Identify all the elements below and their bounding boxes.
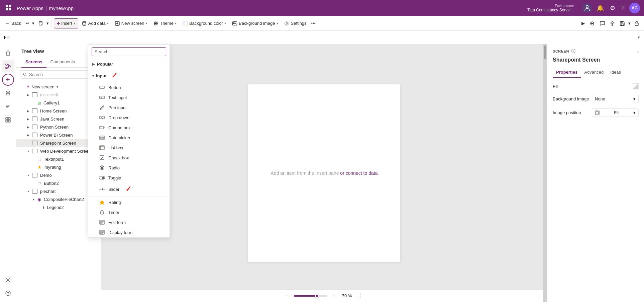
settings-gear-icon[interactable]: ⚙	[609, 3, 617, 13]
canvas-scrollbar[interactable]	[543, 44, 547, 302]
theme-button[interactable]: Theme ▾	[150, 19, 179, 28]
fill-label: Fill	[4, 35, 10, 40]
sidebar-variables-icon[interactable]	[2, 100, 14, 112]
canvas-placeholder-action: connect to data	[346, 170, 378, 176]
fill-bar-chevron[interactable]: ▾	[638, 35, 640, 40]
insert-item-peninput[interactable]: Pen input	[88, 102, 170, 112]
dropdown-item-label: Drop down	[108, 115, 129, 120]
zoom-slider[interactable]	[294, 295, 327, 297]
back-button[interactable]: ← Back	[3, 19, 24, 28]
fill-color-swatch[interactable]	[633, 83, 639, 89]
insert-item-combobox[interactable]: Combo box	[88, 123, 170, 133]
tree-search-input[interactable]	[29, 72, 94, 77]
notification-icon[interactable]: 🔔	[595, 3, 605, 13]
insert-item-radio[interactable]: Radio	[88, 163, 170, 173]
input-label: Input	[96, 73, 107, 78]
screen-icon-java	[32, 117, 37, 121]
popular-expand-icon: ▶	[92, 62, 95, 66]
svg-rect-10	[183, 21, 185, 23]
svg-rect-18	[635, 23, 638, 25]
insert-item-checkbox[interactable]: Check box	[88, 153, 170, 163]
insert-item-textinput[interactable]: Text input	[88, 92, 170, 102]
textinput1-expand	[31, 156, 36, 162]
sidebar-treeview-icon[interactable]	[2, 60, 14, 72]
insert-item-toggle[interactable]: Toggle	[88, 173, 170, 183]
tab-advanced[interactable]: Advanced	[581, 67, 607, 78]
save-button[interactable]	[618, 19, 627, 28]
zoom-in-button[interactable]: +	[330, 292, 338, 300]
insert-item-listbox[interactable]: List box	[88, 143, 170, 153]
sidebar-settings-icon[interactable]	[2, 274, 14, 286]
new-screen-button[interactable]: New screen ▾	[112, 19, 150, 28]
insert-item-slider[interactable]: Slider ✓	[88, 183, 170, 196]
copy-dropdown-button[interactable]: ▾	[46, 19, 49, 27]
tab-screens[interactable]: Screens	[21, 57, 46, 68]
home-screen-label: Home Screen	[40, 108, 67, 114]
rating-item-label: Rating	[108, 200, 121, 205]
add-data-button[interactable]: Add data ▾	[79, 19, 111, 28]
comment-button[interactable]	[598, 19, 607, 28]
add-new-icon[interactable]: +	[2, 74, 14, 86]
help-icon[interactable]: ?	[620, 3, 626, 13]
zoom-slider-thumb[interactable]	[315, 294, 319, 298]
svg-rect-2	[6, 8, 8, 10]
svg-rect-36	[101, 138, 101, 138]
svg-rect-52	[596, 111, 599, 114]
info-icon[interactable]: ⓘ	[571, 48, 575, 54]
sidebar-help-icon[interactable]	[2, 287, 14, 299]
publish-button[interactable]	[608, 19, 617, 28]
right-panel-expand-icon[interactable]: ›	[637, 49, 639, 54]
insert-item-button[interactable]: Button	[88, 82, 170, 92]
copy-button[interactable]	[36, 19, 45, 28]
svg-point-44	[102, 177, 105, 179]
insert-item-timer[interactable]: Timer	[88, 207, 170, 217]
tab-properties[interactable]: Properties	[553, 67, 581, 78]
settings-button[interactable]: Settings	[282, 19, 309, 28]
save-dropdown-button[interactable]: ▾	[628, 19, 631, 27]
zoom-out-button[interactable]: −	[283, 292, 291, 300]
canvas-scroll-thumb[interactable]	[544, 46, 546, 59]
zoom-expand-button[interactable]: ⛶	[356, 293, 361, 299]
apps-grid-icon[interactable]	[4, 3, 13, 13]
image-position-dropdown[interactable]: Fit ▾	[592, 108, 639, 117]
tab-components[interactable]: Components	[46, 57, 79, 68]
right-panel-content: Fill Background image None ▾ Image posit…	[547, 78, 644, 122]
insert-item-displayform[interactable]: Display form	[88, 227, 170, 237]
right-panel-title: Sharepoint Screen	[547, 57, 644, 67]
more-options-button[interactable]: •••	[310, 19, 317, 27]
checkbox-item-label: Check box	[108, 155, 129, 160]
undo-dropdown-button[interactable]: ▾	[31, 19, 35, 27]
insert-item-dropdown[interactable]: Drop down	[88, 112, 170, 123]
input-annotation-check: ✓	[111, 71, 117, 80]
record-button[interactable]	[587, 19, 597, 28]
nav-avatar[interactable]: AG	[629, 3, 640, 13]
insert-item-datepicker[interactable]: Date picker	[88, 133, 170, 143]
category-input[interactable]: ▾ Input ✓	[88, 69, 170, 82]
insert-button[interactable]: + Insert ▾	[54, 18, 78, 28]
undo-button[interactable]: ↩	[24, 19, 31, 27]
bg-image-prop-label: Background image	[553, 96, 589, 101]
svg-rect-25	[6, 120, 8, 122]
lock-button[interactable]	[632, 19, 641, 28]
insert-item-editform[interactable]: Edit form	[88, 217, 170, 227]
bg-image-button[interactable]: Background image ▾	[229, 19, 281, 28]
screen-icon-python	[32, 125, 37, 129]
svg-marker-47	[100, 200, 104, 205]
canvas-placeholder-text: Add an item from the Insert pane	[271, 170, 339, 176]
bg-color-button[interactable]: Background color ▾	[180, 19, 229, 28]
fill-prop-label: Fill	[553, 84, 558, 89]
svg-point-4	[586, 6, 588, 8]
category-popular[interactable]: ▶ Popular	[88, 59, 170, 69]
tree-search-container	[20, 70, 97, 79]
bg-image-dropdown[interactable]: None ▾	[592, 95, 639, 103]
preview-play-button[interactable]: ▶	[579, 19, 587, 27]
sidebar-data-icon[interactable]	[2, 87, 14, 99]
screen-icon-piechart	[32, 189, 37, 194]
insert-item-rating[interactable]: Rating	[88, 197, 170, 207]
tab-ideas[interactable]: Ideas	[607, 67, 624, 78]
slider-item-label: Slider	[108, 187, 119, 192]
svg-rect-21	[8, 66, 10, 67]
sidebar-components-icon[interactable]	[2, 114, 14, 126]
insert-search-input[interactable]	[92, 47, 166, 56]
sidebar-home-icon[interactable]	[2, 47, 14, 59]
